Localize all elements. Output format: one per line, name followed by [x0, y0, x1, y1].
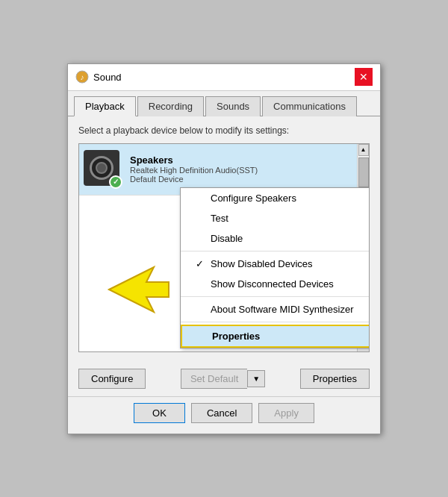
- context-menu: Configure Speakers Test Disable Show Dis…: [180, 187, 370, 348]
- dialog-title: Sound: [93, 72, 122, 83]
- svg-marker-2: [109, 267, 169, 312]
- svg-text:♪: ♪: [81, 73, 84, 81]
- menu-divider-2: [181, 296, 370, 297]
- menu-item-disable[interactable]: Disable: [181, 228, 370, 248]
- tab-recording[interactable]: Recording: [137, 96, 204, 116]
- ok-cancel-apply: OK Cancel Apply: [68, 396, 380, 434]
- tab-bar: Playback Recording Sounds Communications: [68, 91, 380, 116]
- menu-item-show-disabled[interactable]: Show Disabled Devices: [181, 254, 370, 274]
- action-buttons: Configure Set Default ▼ Properties: [68, 361, 380, 396]
- menu-item-configure-speakers[interactable]: Configure Speakers: [181, 188, 370, 208]
- device-status: Default Device: [130, 175, 364, 184]
- configure-button[interactable]: Configure: [78, 369, 146, 389]
- ok-button[interactable]: OK: [134, 403, 185, 423]
- set-default-dropdown-button[interactable]: ▼: [247, 370, 265, 387]
- title-bar: ♪ Sound ✕: [68, 64, 380, 91]
- apply-button[interactable]: Apply: [258, 403, 314, 423]
- arrow-indicator: [102, 260, 176, 322]
- sound-dialog: ♪ Sound ✕ Playback Recording Sounds Comm…: [67, 63, 381, 434]
- device-description: Realtek High Definition Audio(SST): [130, 166, 364, 175]
- scroll-thumb[interactable]: [358, 157, 369, 187]
- sound-icon: ♪: [75, 70, 89, 84]
- device-icon-wrap: [84, 150, 122, 189]
- tab-playback[interactable]: Playback: [74, 96, 136, 116]
- set-default-button[interactable]: Set Default: [181, 369, 247, 389]
- device-list[interactable]: Speakers Realtek High Definition Audio(S…: [78, 143, 370, 352]
- close-button[interactable]: ✕: [355, 68, 373, 86]
- menu-item-show-disconnected[interactable]: Show Disconnected Devices: [181, 274, 370, 294]
- cancel-button[interactable]: Cancel: [191, 403, 252, 423]
- device-name: Speakers: [130, 154, 364, 166]
- menu-divider-1: [181, 251, 370, 251]
- menu-divider-3: [181, 322, 370, 322]
- set-default-wrap: Set Default ▼: [181, 369, 265, 389]
- menu-item-test[interactable]: Test: [181, 208, 370, 228]
- device-info: Speakers Realtek High Definition Audio(S…: [130, 154, 364, 184]
- tab-communications[interactable]: Communications: [262, 96, 357, 116]
- default-check-badge: [109, 175, 122, 189]
- title-bar-left: ♪ Sound: [75, 70, 122, 84]
- scroll-up-button[interactable]: ▲: [358, 144, 369, 156]
- tab-sounds[interactable]: Sounds: [205, 96, 261, 116]
- menu-item-properties[interactable]: Properties: [181, 325, 370, 348]
- menu-item-about-midi[interactable]: About Software MIDI Synthesizer: [181, 299, 370, 319]
- properties-button[interactable]: Properties: [300, 369, 370, 389]
- yellow-arrow-icon: [102, 260, 176, 319]
- instruction-text: Select a playback device below to modify…: [78, 125, 370, 136]
- content-area: Select a playback device below to modify…: [68, 116, 380, 361]
